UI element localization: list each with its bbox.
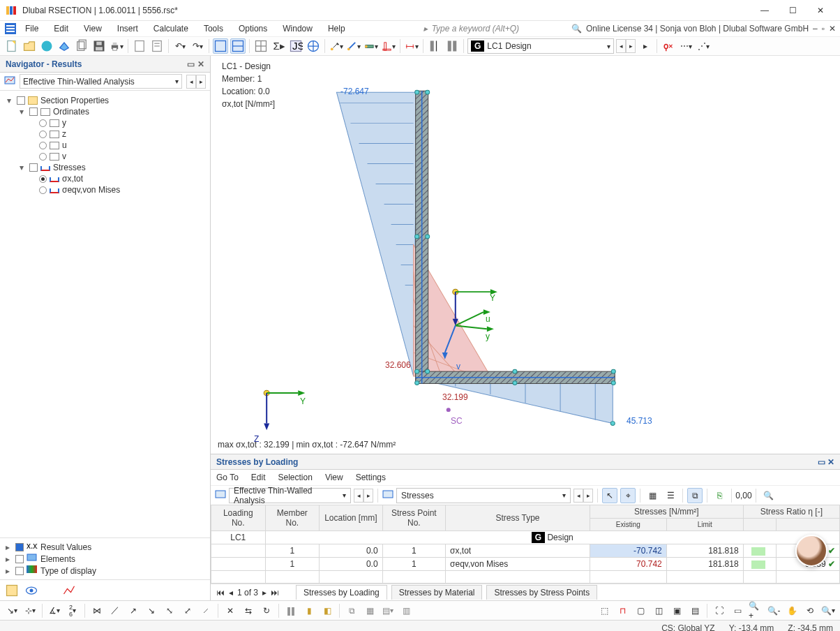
menu-options[interactable]: Options [232,22,274,35]
tree-stresses-label[interactable]: Stresses [53,163,86,172]
bb-bars-icon[interactable]: ‖‖ [283,603,299,618]
panel-tool-decimals-icon[interactable]: 0,00 [736,488,751,503]
tree-toggle-icon[interactable]: ▸ [3,566,13,576]
bb-bar2-icon[interactable]: ◧ [320,603,335,618]
tool-dimension-icon[interactable]: ▾ [404,38,419,54]
bb-grp4-icon[interactable]: ▥ [398,603,414,618]
th-stress-type[interactable]: Stress Type [446,505,590,531]
nav-tab-data-icon[interactable] [4,583,20,598]
bb-view-magnet-icon[interactable]: ⊓ [615,603,630,618]
license-search-icon[interactable]: 🔍 [571,24,582,34]
bb-zoom-out-icon[interactable]: 🔍- [766,603,781,618]
tool-element-icon[interactable]: ▾ [363,38,379,54]
table-row-lc[interactable]: LC1 G Design [211,531,840,544]
panel-tool-rows-icon[interactable]: ☰ [663,488,678,503]
th-ratio-val[interactable] [777,519,840,531]
tool-doc2-icon[interactable] [149,38,165,54]
tree-ordinate-u[interactable]: u [62,140,67,150]
tree-stress-mises[interactable]: σeqv,von Mises [62,185,120,195]
tree-ordinate-v[interactable]: v [62,151,66,161]
panel-menu-edit[interactable]: Edit [251,473,266,482]
bb-rot-icon[interactable]: ↻ [259,603,274,618]
pager-first-icon[interactable]: ⏮ [216,588,225,597]
pager-prev-icon[interactable]: ◂ [229,588,233,597]
tool-align2-icon[interactable] [444,38,460,54]
window-minimize-button[interactable]: — [751,1,779,20]
bb-snap-num-icon[interactable]: 26▾ [65,603,80,618]
panel-tool-info-icon[interactable]: 🔍 [760,488,776,503]
tab-stresses-material[interactable]: Stresses by Material [391,585,483,600]
bb-icon[interactable]: ⊹▾ [22,603,38,618]
inner-close-button[interactable]: ✕ [829,24,836,34]
tool-model-icon[interactable] [57,38,72,54]
window-maximize-button[interactable]: ☐ [779,1,807,20]
tree-result-values[interactable]: Result Values [40,542,91,552]
tree-radio[interactable] [39,175,47,183]
menu-edit[interactable]: Edit [47,22,75,35]
panel-tool-export-icon[interactable]: ⎘ [712,488,727,503]
tree-checkbox[interactable] [15,555,24,563]
th-existing[interactable]: Existing [590,519,666,531]
bb-zoom-menu-icon[interactable]: 🔍▾ [820,603,836,618]
tab-stresses-loading[interactable]: Stresses by Loading [296,585,387,600]
window-close-button[interactable]: ✕ [807,1,834,20]
tool-open-icon[interactable] [22,38,37,54]
tool-undo-icon[interactable]: ↶▾ [172,38,188,54]
panel-tool-table-icon[interactable]: ▦ [645,488,660,503]
tree-toggle-icon[interactable]: ▾ [17,163,27,172]
bb-line-icon[interactable]: ／ [107,603,123,618]
tool-play-icon[interactable]: ▸ [638,38,653,54]
tool-globe-icon[interactable] [306,38,321,54]
tool-calc-icon[interactable]: Σ▸ [271,38,286,54]
navigator-dock-icon[interactable]: ▭ [187,59,195,69]
tree-toggle-icon[interactable]: ▾ [17,107,27,117]
navigator-close-icon[interactable]: ✕ [197,59,204,69]
bb-grp-icon[interactable]: ⧉ [344,603,359,618]
bb-mirror-icon[interactable]: ⇆ [241,603,256,618]
tool-copy-icon[interactable] [74,38,89,54]
bb-bar1-icon[interactable]: ▮ [301,603,317,618]
panel-result-selector[interactable]: Stresses▾ [396,488,571,503]
bb-sel5-icon[interactable]: ⟋ [198,603,213,618]
tree-toggle-icon[interactable]: ▸ [3,554,13,564]
menu-help[interactable]: Help [321,22,352,35]
tool-redo-icon[interactable]: ↷▾ [190,38,205,54]
bb-zoom-prev-icon[interactable]: ⟲ [802,603,818,618]
tool-table1-icon[interactable] [213,38,228,54]
panel-menu-selection[interactable]: Selection [278,473,313,482]
panel-tool-filter-icon[interactable]: ⧉ [687,488,703,503]
bb-view-box3-icon[interactable]: ▣ [669,603,684,618]
bb-snap-icon[interactable]: ∡▾ [47,603,62,618]
tree-radio[interactable] [39,119,47,127]
tree-radio[interactable] [39,142,47,149]
inner-restore-button[interactable]: ▫ [822,24,825,34]
panel-menu-view[interactable]: View [325,473,343,482]
tool-section-icon[interactable]: ▾ [381,38,396,54]
th-ratio-bar[interactable] [743,519,777,531]
menu-window[interactable]: Window [276,22,320,35]
tree-toggle-icon[interactable]: ▸ [3,542,13,552]
tree-ordinate-y[interactable]: y [62,118,66,128]
pager-next-icon[interactable]: ▸ [262,588,267,597]
bb-sel4-icon[interactable]: ⤢ [180,603,195,618]
tree-checkbox[interactable] [17,96,25,105]
bb-zoom-in-icon[interactable]: 🔍+ [748,603,763,618]
tree-radio[interactable] [39,186,47,194]
app-menu-icon[interactable] [4,22,17,35]
tree-radio[interactable] [39,131,47,138]
bb-sel-icon[interactable]: ↗ [126,603,141,618]
bb-node-icon[interactable]: ⋈ [89,603,105,618]
bb-view-box-icon[interactable]: ▢ [633,603,648,618]
tree-toggle-icon[interactable]: ▾ [4,96,14,105]
tool-results-toggle-icon[interactable]: ϙ✕ [661,38,676,54]
th-limit[interactable]: Limit [666,519,743,531]
tree-root-label[interactable]: Section Properties [40,96,109,105]
panel-dock-icon[interactable]: ▭ [818,457,825,467]
bb-view-box2-icon[interactable]: ◫ [651,603,666,618]
tool-line-icon[interactable]: ▾ [346,38,361,54]
tree-ordinates-label[interactable]: Ordinates [53,107,89,117]
th-stresses-group[interactable]: Stresses [N/mm²] [590,505,743,519]
th-location[interactable]: Location [mm] [320,505,382,531]
tree-display-type[interactable]: Type of display [40,566,96,576]
tool-cloud-icon[interactable] [39,38,54,54]
